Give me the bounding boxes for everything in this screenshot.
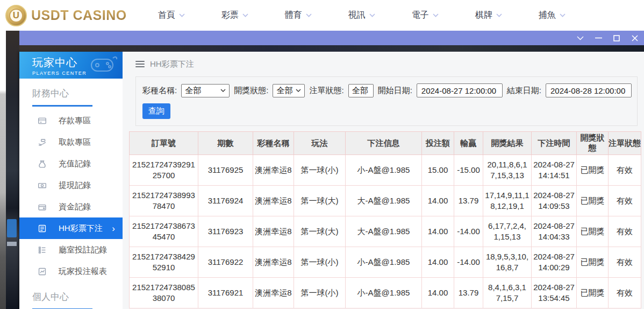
cell-win-loss: -14.00 xyxy=(454,216,483,247)
chevron-right-icon: › xyxy=(112,224,115,233)
lottery-bet-doc-icon xyxy=(38,224,47,233)
chevron-down-icon xyxy=(306,13,312,17)
col-play-type: 玩法 xyxy=(294,132,346,155)
table-row: 2152172473867345470 31176923 澳洲幸运8 第一球(大… xyxy=(130,216,641,247)
site-topbar: U USDT CASINO 首頁 彩票 體育 視訊 電子 xyxy=(0,0,644,31)
nav-item-fishing[interactable]: 捕魚 xyxy=(539,10,566,21)
cell-amount: 14.00 xyxy=(422,247,454,278)
funds-wallet-icon xyxy=(38,202,47,212)
bets-table: 訂單號 期數 彩種名稱 玩法 下注信息 投注額 輸贏 開獎結果 下注時間 開獎狀… xyxy=(129,131,641,308)
cell-amount: 15.00 xyxy=(422,155,454,186)
cell-lottery: 澳洲幸运8 xyxy=(253,155,294,186)
cell-play: 第一球(大) xyxy=(294,216,346,247)
cell-win-loss: -14.00 xyxy=(454,247,483,278)
col-period: 期數 xyxy=(198,132,253,155)
sidebar-item-room-bet-record[interactable]: 廳室投註記錄 xyxy=(19,239,123,261)
table-header-row: 訂單號 期數 彩種名稱 玩法 下注信息 投注額 輸贏 開獎結果 下注時間 開獎狀… xyxy=(130,132,641,155)
deposit-card-icon xyxy=(38,116,47,125)
cell-order-id: 2152172473808538070 xyxy=(130,278,198,308)
cell-period: 31176922 xyxy=(198,247,253,278)
sidebar-section-finance: 財務中心 xyxy=(19,79,123,100)
window-maximize-button[interactable] xyxy=(607,31,626,45)
sidebar-item-funds-record[interactable]: 資金記錄 xyxy=(19,196,123,217)
nav-item-home[interactable]: 首頁 xyxy=(158,10,185,21)
window-titlebar[interactable] xyxy=(19,31,644,45)
nav-item-cards[interactable]: 棋牌 xyxy=(475,10,502,21)
cell-win-loss: 13.79 xyxy=(454,278,483,308)
top-navigation: 首頁 彩票 體育 視訊 電子 棋牌 xyxy=(158,10,566,21)
sidebar-item-deposit-area[interactable]: 存款專區 xyxy=(19,110,123,131)
sidebar-item-label: 提現記錄 xyxy=(59,180,91,191)
cell-order-id: 2152172473899378470 xyxy=(130,186,198,216)
chevron-down-icon xyxy=(560,13,566,17)
cell-bet-info: 大-A盤@1.985 xyxy=(346,186,422,216)
col-bet-time: 下注時間 xyxy=(532,132,577,155)
start-date-input[interactable] xyxy=(417,83,503,97)
order-status-select[interactable]: 全部 xyxy=(348,84,374,97)
draw-status-select[interactable]: 全部 xyxy=(273,84,305,97)
logo-coin-icon: U xyxy=(5,5,27,26)
chevron-down-icon xyxy=(433,13,439,17)
players-center-sidebar: 玩家中心 PLAYERS CENTER 財務中心 存款專區 取款專區 充值記錄 … xyxy=(19,52,123,309)
col-order-status: 注單狀態 xyxy=(609,132,641,155)
minimize-icon xyxy=(595,37,602,39)
nav-item-label: 體育 xyxy=(285,10,302,21)
sidebar-header: 玩家中心 PLAYERS CENTER xyxy=(19,52,123,79)
window-minimize-button[interactable] xyxy=(589,31,607,45)
cell-order-id: 2152172473867345470 xyxy=(130,216,198,247)
sidebar-item-recharge-record[interactable]: 充值記錄 xyxy=(19,153,123,174)
cell-order-status: 有效 xyxy=(609,155,641,186)
chevron-down-icon xyxy=(220,89,226,92)
cell-lottery: 澳洲幸运8 xyxy=(253,278,294,308)
logo-text: USDT CASINO xyxy=(31,8,127,23)
table-row: 2152172473808538070 31176921 澳洲幸运8 第一球(小… xyxy=(130,278,641,308)
player-report-chart-icon xyxy=(38,267,47,276)
cell-lottery: 澳洲幸运8 xyxy=(253,247,294,278)
sidebar-item-player-bet-report[interactable]: 玩家投注報表 xyxy=(19,261,123,282)
chevron-down-icon xyxy=(577,36,584,40)
chevron-down-icon xyxy=(369,13,375,17)
cell-lottery: 澳洲幸运8 xyxy=(253,186,294,216)
window-dropdown-button[interactable] xyxy=(571,31,589,45)
cell-amount: 14.00 xyxy=(422,216,454,247)
lottery-name-select[interactable]: 全部 xyxy=(181,84,230,97)
bets-table-wrap: 訂單號 期數 彩種名稱 玩法 下注信息 投注額 輸贏 開獎結果 下注時間 開獎狀… xyxy=(129,131,641,308)
table-row: 2152172473929125700 31176925 澳洲幸运8 第一球(小… xyxy=(130,155,641,186)
window-close-button[interactable] xyxy=(626,31,644,45)
nav-item-video[interactable]: 視訊 xyxy=(348,10,375,21)
menu-icon[interactable] xyxy=(135,61,145,67)
order-status-value: 全部 xyxy=(352,86,368,96)
col-order-id: 訂單號 xyxy=(130,132,198,155)
sidebar-item-withdrawal-record[interactable]: 提現記錄 xyxy=(19,174,123,196)
sidebar-section-personal: 個人中心 xyxy=(19,282,123,303)
sidebar-item-label: HH彩票下注 xyxy=(59,223,103,234)
nav-item-lottery[interactable]: 彩票 xyxy=(221,10,248,21)
cell-order-status: 有效 xyxy=(609,186,641,216)
sidebar-item-hh-lottery-bets[interactable]: HH彩票下注 › xyxy=(19,217,123,239)
chevron-down-icon xyxy=(242,13,248,17)
chevron-down-icon xyxy=(496,13,502,17)
table-row: 2152172473842952910 31176922 澳洲幸运8 第一球(小… xyxy=(130,247,641,278)
filter-row: 彩種名稱: 全部 開獎狀態: 全部 注單狀態: 全部 開始日期: 結束日期: xyxy=(142,83,632,97)
sidebar-item-withdraw-area[interactable]: 取款專區 xyxy=(19,131,123,153)
cell-draw-status: 已開獎 xyxy=(577,186,609,216)
col-draw-result: 開獎結果 xyxy=(483,132,532,155)
nav-item-label: 電子 xyxy=(412,10,429,21)
site-logo[interactable]: U USDT CASINO xyxy=(5,5,127,26)
nav-item-sports[interactable]: 體育 xyxy=(285,10,312,21)
query-button[interactable]: 查詢 xyxy=(142,103,170,119)
cell-result: 17,14,9,11,18,12,19,1 xyxy=(483,186,532,216)
logo-coin-letter: U xyxy=(9,9,23,23)
nav-item-slots[interactable]: 電子 xyxy=(412,10,439,21)
cell-draw-status: 已開獎 xyxy=(577,247,609,278)
main-content: HH彩票下注 彩種名稱: 全部 開獎狀態: 全部 注單狀態: 全部 xyxy=(123,52,644,309)
cell-order-id: 2152172473929125700 xyxy=(130,155,198,186)
cell-bet-time: 2024-08-27 14:00:29 xyxy=(532,247,577,278)
filter-panel: 彩種名稱: 全部 開獎狀態: 全部 注單狀態: 全部 開始日期: 結束日期: xyxy=(135,76,638,126)
end-date-input[interactable] xyxy=(546,83,632,97)
order-status-label: 注單狀態: xyxy=(309,86,344,96)
col-draw-status: 開獎狀態 xyxy=(577,132,609,155)
cell-bet-info: 大-A盤@1.985 xyxy=(346,216,422,247)
end-date-label: 結束日期: xyxy=(507,86,541,96)
cell-result: 6,17,7,2,4,1,15,13 xyxy=(483,216,532,247)
